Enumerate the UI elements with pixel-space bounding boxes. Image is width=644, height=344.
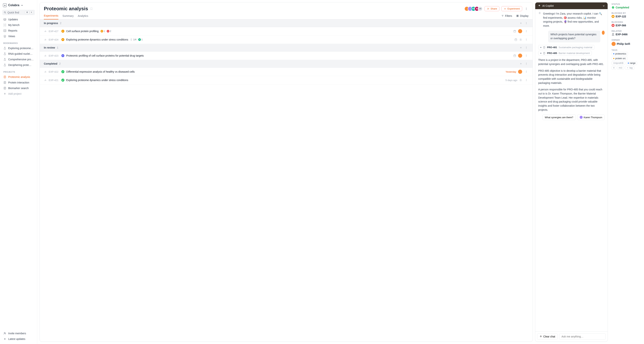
experiment-row[interactable]: EXP-421Exploring proteome dynamics under… — [40, 76, 532, 84]
tab-experiments[interactable]: Experiments — [44, 14, 58, 20]
check-circle-icon — [612, 6, 614, 9]
status-dot-icon — [612, 24, 614, 27]
clear-chat-button[interactable]: Clear chat — [537, 333, 558, 340]
status-value[interactable]: Completed — [612, 6, 640, 9]
project-chip[interactable]: PRO-481Sustainable packaging material — [538, 45, 594, 50]
badge-dot-icon — [100, 30, 103, 33]
share-button[interactable]: Share — [484, 6, 500, 11]
new-experiment-button[interactable]: Experiment — [501, 6, 522, 11]
copilot-header[interactable]: AI Copilot — [535, 3, 608, 9]
group-header[interactable]: In progress2 — [40, 20, 532, 27]
flask-icon — [3, 64, 6, 67]
experiment-title: Exploring proteome dynamics under stress… — [66, 79, 128, 82]
svg-point-50 — [526, 79, 526, 80]
row-more-button[interactable] — [524, 70, 528, 74]
nav-views[interactable]: Views — [2, 34, 36, 39]
assignee-empty-icon[interactable] — [519, 79, 522, 82]
bookmark-item[interactable]: Deciphering prote… — [2, 62, 36, 68]
owner-value[interactable]: Philip Seifi — [612, 42, 640, 46]
group-more-button[interactable] — [524, 45, 528, 50]
row-more-button[interactable] — [524, 78, 528, 82]
tag[interactable]: range — [626, 61, 637, 65]
assignee-avatar[interactable] — [518, 70, 522, 74]
page-title: Proteomic analysis — [44, 6, 88, 12]
invite-members[interactable]: Invite members — [2, 330, 36, 336]
tag-extra[interactable]: m/z — [617, 66, 624, 70]
group-more-button[interactable] — [524, 21, 528, 26]
bookmark-item[interactable]: Exploring proteome… — [2, 45, 36, 51]
calendar-icon[interactable] — [513, 54, 516, 57]
copilot-greeting: Greetings! I'm Zara, your research copil… — [538, 12, 605, 28]
related-value[interactable]: EXP-3466 — [612, 33, 640, 36]
experiment-row[interactable]: EXP-422Differential expression analysis … — [40, 68, 532, 76]
tag-extra[interactable]: 4 — [612, 66, 616, 70]
assignee-empty-icon[interactable] — [519, 38, 522, 41]
assignee-avatar[interactable] — [518, 54, 522, 58]
calendar-icon[interactable] — [513, 30, 516, 33]
add-project[interactable]: Add project — [2, 91, 36, 97]
display-button[interactable]: Display — [516, 14, 528, 19]
nav-mybench[interactable]: My bench — [2, 22, 36, 28]
filters-button[interactable]: Filters — [501, 14, 512, 19]
svg-rect-15 — [518, 16, 518, 17]
tag[interactable]: proteomics — [612, 52, 628, 56]
svg-point-37 — [62, 55, 63, 56]
quick-find[interactable]: Quick find ⌘K — [2, 10, 35, 15]
kbd-hint: ⌘K — [25, 11, 34, 14]
more-button[interactable] — [524, 7, 528, 11]
add-row-button[interactable] — [520, 62, 522, 65]
workspace-switcher[interactable]: α Colabra — [2, 2, 36, 8]
tag[interactable]: protein src — [612, 57, 628, 60]
bookmark-icon[interactable] — [90, 7, 93, 11]
suggestion-chip[interactable]: Karen Thompson — [577, 115, 605, 120]
svg-rect-28 — [515, 39, 517, 41]
layers-icon — [3, 35, 6, 38]
group-header[interactable]: Completed2 — [40, 60, 532, 68]
svg-point-26 — [62, 39, 63, 40]
tab-summary[interactable]: Summary — [62, 14, 74, 19]
copilot-paragraph: PRO-485 objective is to develop a barrie… — [538, 69, 605, 85]
tab-analytics[interactable]: Analytics — [78, 14, 88, 19]
chart-icon — [3, 29, 6, 32]
row-more-button[interactable] — [524, 37, 528, 42]
tag-dot-icon — [613, 53, 614, 54]
svg-rect-13 — [518, 15, 518, 16]
experiment-row[interactable]: EXP-424Exploring proteome dynamics under… — [40, 36, 532, 44]
copilot-input[interactable] — [559, 333, 606, 340]
blocking-value[interactable]: EXP-566 — [612, 24, 640, 27]
bookmark-item[interactable]: RNA-guided nucleic… — [2, 51, 36, 57]
project-item[interactable]: Protein interaction — [2, 80, 36, 85]
row-more-button[interactable] — [524, 53, 528, 58]
add-row-button[interactable] — [520, 22, 522, 25]
svg-point-44 — [526, 64, 526, 65]
suggestion-chip[interactable]: What synergies are there? — [542, 115, 576, 120]
svg-rect-38 — [514, 55, 516, 57]
group-header[interactable]: In review1 — [40, 44, 532, 52]
tag-extra[interactable]: UniprotKB — [612, 61, 625, 65]
add-tag-button[interactable]: tag — [625, 66, 634, 70]
blocked-by-value[interactable]: EXP-122 — [612, 15, 640, 18]
latest-updates[interactable]: Latest updates — [2, 336, 36, 342]
status-dot-icon — [62, 54, 64, 57]
bookmarks-label: BOOKMARKS — [2, 39, 36, 45]
sparkle-icon — [538, 12, 541, 28]
content-header: Proteomic analysis AS A +4 Share Experim… — [40, 3, 532, 12]
tags: proteomicsprotein srcUniprotKBrange4m/zt… — [612, 52, 640, 70]
group-more-button[interactable] — [524, 62, 528, 66]
avatar-stack[interactable]: AS A +4 — [464, 6, 483, 11]
svg-point-51 — [526, 80, 526, 80]
project-chip[interactable]: PRO-485Barrier material development — [538, 51, 592, 56]
group-name: In review — [44, 46, 55, 49]
experiment-row[interactable]: EXP-427Cell surface protein profiling12 — [40, 27, 532, 36]
project-item-active[interactable]: Proteomic analysis — [2, 74, 36, 80]
project-item[interactable]: Biomarker search — [2, 85, 36, 91]
calendar-icon[interactable] — [514, 38, 517, 41]
nav-reports[interactable]: Reports — [2, 28, 36, 34]
assignee-avatar[interactable] — [518, 29, 522, 33]
add-row-button[interactable] — [520, 46, 522, 49]
row-more-button[interactable] — [524, 29, 528, 34]
experiment-row[interactable]: EXP-423Proteomic profiling of cell surfa… — [40, 52, 532, 60]
bookmark-item[interactable]: Comprehensive pro… — [2, 57, 36, 62]
nav-updates[interactable]: Updates — [2, 17, 36, 22]
suggestions: What synergies are there? Karen Thompson — [538, 115, 605, 120]
